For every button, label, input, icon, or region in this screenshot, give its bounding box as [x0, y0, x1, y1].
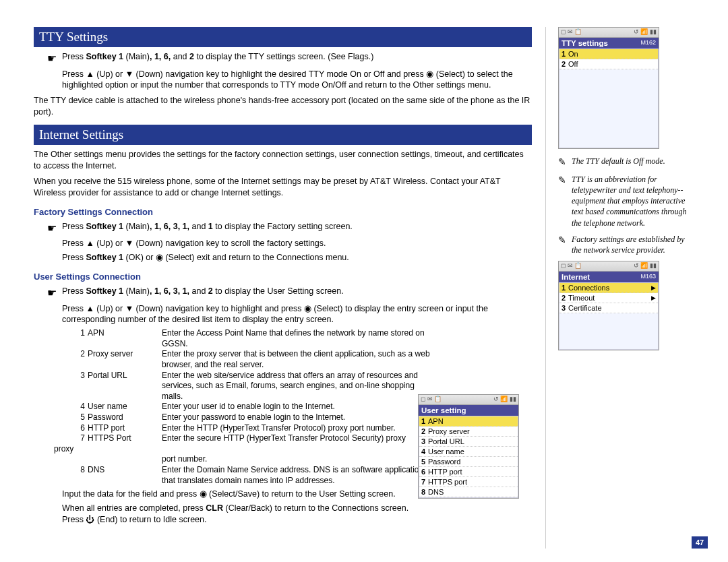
phone-row: 8DNS [419, 487, 518, 497]
section-title-tty: TTY Settings [34, 27, 532, 47]
internet-body-2: When you receive the 515 wireless phone,… [34, 176, 532, 199]
phone-row: 3Certificate [559, 303, 658, 313]
phone-titlebar: TTY settingsM162 [559, 38, 659, 49]
tty-step-2: Press ▲ (Up) or ▼ (Down) navigation key … [62, 69, 532, 92]
phone-screen-user: ◻ ✉ 📋↺ 📶 ▮▮ User setting 1APN2Proxy serv… [418, 394, 519, 499]
user-settings-list-extra: proxy port number. 8DNSEnter the Domain … [74, 444, 431, 486]
phone-row: 1APN [419, 416, 518, 427]
factory-step-3: Press Softkey 1 (OK) or ◉ (Select) exit … [62, 252, 532, 263]
step-text: Press Softkey 1 (Main), 1, 6, 3, 1, and … [62, 221, 353, 236]
pointer-icon: ☛ [47, 286, 58, 301]
phone-row: 1On [559, 49, 658, 59]
side-note: TTY is an abbreviation for teletypewrite… [558, 174, 694, 228]
phone-screen-tty: ◻ ✉ 📋↺ 📶 ▮▮ TTY settingsM162 1On2Off [558, 27, 659, 149]
side-note: The TTY default is Off mode. [558, 156, 694, 168]
phone-row: 6HTTP port [419, 467, 518, 477]
factory-subhead: Factory Settings Connection [34, 207, 532, 217]
phone-body: 1Connections▶2Timeout▶3Certificate [559, 282, 659, 350]
step-text: Press Softkey 1 (Main), 1, 6, 3, 1, and … [62, 286, 344, 301]
internet-body-1: The Other settings menu provides the set… [34, 149, 532, 172]
user-step-2: Press ▲ (Up) or ▼ (Down) navigation key … [62, 303, 532, 326]
step-text: Press Softkey 1 (Main), 1, 6, and 2 to d… [62, 51, 373, 66]
phone-row: 5Password [419, 457, 518, 467]
phone-row: 7HTTPS port [419, 477, 518, 487]
side-note: Factory settings are established by the … [558, 234, 694, 255]
pointer-icon: ☛ [47, 221, 58, 236]
phone-row: 2Timeout▶ [559, 293, 658, 303]
note-icon [558, 156, 572, 168]
note-icon [558, 174, 572, 228]
user-subhead: User Settings Connection [34, 272, 532, 282]
list-item: 1APNEnter the Access Point Name that def… [74, 328, 431, 349]
list-item: 2Proxy serverEnter the proxy server that… [74, 349, 431, 370]
tty-body: The TTY device cable is attached to the … [34, 95, 532, 118]
side-column: ◻ ✉ 📋↺ 📶 ▮▮ TTY settingsM162 1On2Off The… [546, 27, 694, 549]
phone-row: 4User name [419, 447, 518, 457]
page-number: 47 [692, 536, 708, 549]
phone-statusbar: ◻ ✉ 📋↺ 📶 ▮▮ [559, 261, 659, 272]
phone-statusbar: ◻ ✉ 📋↺ 📶 ▮▮ [419, 395, 518, 405]
note-text: Factory settings are established by the … [572, 234, 694, 255]
phone-row: 3Portal URL [419, 437, 518, 447]
phone-statusbar: ◻ ✉ 📋↺ 📶 ▮▮ [559, 28, 659, 38]
phone-body: 1On2Off [559, 49, 659, 148]
user-step-3: Input the data for the field and press ◉… [62, 489, 413, 500]
tty-step-1: ☛ Press Softkey 1 (Main), 1, 6, and 2 to… [47, 51, 532, 66]
phone-row: 1Connections▶ [559, 283, 658, 293]
user-step-4: When all entries are completed, press CL… [62, 503, 413, 526]
section-title-internet: Internet Settings [34, 125, 532, 145]
list-item: 3Portal URLEnter the web site/service ad… [74, 371, 431, 402]
note-text: The TTY default is Off mode. [572, 156, 694, 168]
factory-step-2: Press ▲ (Up) or ▼ (Down) navigation key … [62, 238, 532, 249]
factory-step-1: ☛ Press Softkey 1 (Main), 1, 6, 3, 1, an… [47, 221, 532, 236]
phone-titlebar: InternetM163 [559, 272, 659, 282]
user-step-1: ☛ Press Softkey 1 (Main), 1, 6, 3, 1, an… [47, 286, 532, 301]
list-item: 7HTTPS PortEnter the secure HTTP (HyperT… [74, 433, 431, 444]
phone-screen-internet: ◻ ✉ 📋↺ 📶 ▮▮ InternetM163 1Connections▶2T… [558, 261, 659, 350]
phone-titlebar: User setting [419, 405, 518, 416]
phone-row: 2Off [559, 59, 658, 69]
pointer-icon: ☛ [47, 51, 58, 66]
phone-body: 1APN2Proxy server3Portal URL4User name5P… [419, 416, 518, 498]
list-item: 4User nameEnter your user id to enable l… [74, 402, 431, 412]
note-text: TTY is an abbreviation for teletypewrite… [572, 174, 694, 228]
phone-row: 2Proxy server [419, 427, 518, 437]
note-icon [558, 234, 572, 255]
user-settings-list: 1APNEnter the Access Point Name that def… [74, 328, 431, 444]
list-item: 6HTTP portEnter the HTTP (HyperText Tran… [74, 423, 431, 434]
list-item: 5PasswordEnter your password to enable l… [74, 412, 431, 423]
